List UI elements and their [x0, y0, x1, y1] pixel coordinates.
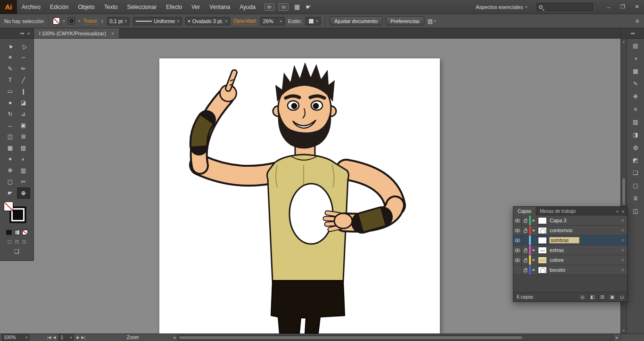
layer-name-input[interactable]: [549, 237, 579, 244]
mesh-tool[interactable]: ▦: [4, 142, 17, 154]
locate-object-icon[interactable]: ◎: [580, 294, 585, 300]
transparency-panel-icon[interactable]: ◨: [633, 131, 638, 139]
collapse-panel-icon[interactable]: ◂◂: [20, 31, 24, 35]
horizontal-scrollbar[interactable]: ◀ ▶: [171, 334, 620, 341]
panel-collapse-icon[interactable]: »: [616, 209, 619, 214]
layer-thumbnail[interactable]: [538, 237, 547, 244]
artboard-number-dropdown[interactable]: 1 ▾: [58, 334, 74, 341]
swatches-icon[interactable]: ▦: [633, 68, 638, 76]
delete-selection-icon[interactable]: ⊔: [620, 294, 624, 300]
disclosure-triangle-icon[interactable]: ▶: [531, 258, 537, 262]
document-tab[interactable]: l 100% (CMYK/Previsualizar) ×: [34, 28, 120, 38]
zoom-level-dropdown[interactable]: 100% ▾: [2, 334, 29, 341]
perspective-grid-tool[interactable]: ⊞: [17, 131, 30, 142]
layer-target-circle[interactable]: ○: [619, 238, 627, 243]
rectangle-tool[interactable]: ▭: [4, 86, 17, 97]
layer-visibility-toggle[interactable]: [513, 216, 522, 225]
layer-lock-toggle[interactable]: [522, 235, 529, 245]
menu-ayuda[interactable]: Ayuda: [235, 0, 260, 14]
brushes-icon[interactable]: ✎: [633, 81, 638, 89]
layer-thumbnail[interactable]: [538, 247, 547, 254]
hand-tool[interactable]: ☛: [4, 187, 17, 199]
graphic-styles-icon[interactable]: ◩: [633, 157, 638, 165]
layer-target-circle[interactable]: ○: [619, 268, 627, 272]
align-panel-icon[interactable]: ≣: [633, 195, 638, 203]
menu-texto[interactable]: Texto: [99, 0, 123, 14]
layer-visibility-toggle[interactable]: [513, 235, 522, 245]
layer-thumbnail[interactable]: [538, 227, 547, 234]
symbol-sprayer-tool[interactable]: ❉: [4, 165, 17, 176]
menu-ver[interactable]: Ver: [187, 0, 205, 14]
tab-mesas-de-trabajo[interactable]: Mesas de trabajo: [536, 207, 580, 216]
stroke-none-swatch[interactable]: [4, 202, 13, 211]
line-segment-tool[interactable]: ╱: [17, 74, 30, 86]
layer-target-circle[interactable]: ○: [619, 218, 627, 223]
artboard[interactable]: [159, 58, 440, 333]
layer-target-circle[interactable]: ○: [619, 248, 627, 252]
close-tab-icon[interactable]: ×: [111, 31, 114, 36]
width-profile-dropdown[interactable]: Uniforme ▾: [133, 17, 182, 25]
lasso-tool[interactable]: ∽: [17, 52, 30, 63]
selection-tool[interactable]: ▲: [4, 41, 17, 52]
paintbrush-tool[interactable]: ❙: [17, 86, 30, 97]
close-button[interactable]: ✕: [630, 1, 644, 13]
appearance-panel-icon[interactable]: ◍: [633, 144, 638, 152]
first-artboard-button[interactable]: |◀: [47, 335, 51, 340]
disclosure-triangle-icon[interactable]: ▶: [531, 268, 537, 272]
pathfinder-panel-icon[interactable]: ◫: [633, 208, 638, 216]
layer-name[interactable]: boceto: [549, 267, 619, 273]
layer-thumbnail[interactable]: [538, 257, 547, 264]
panel-menu-icon[interactable]: ≡: [622, 209, 624, 214]
scroll-up-icon[interactable]: ▲: [621, 39, 627, 44]
menu-archivo[interactable]: Archivo: [17, 0, 45, 14]
expand-dock-icon[interactable]: ◂◂: [630, 31, 634, 35]
layer-lock-toggle[interactable]: [522, 255, 529, 265]
gradient-button[interactable]: [14, 230, 20, 235]
layer-visibility-toggle[interactable]: [513, 226, 522, 235]
stroke-weight-label[interactable]: Trazo:: [83, 18, 98, 24]
horizontal-scroll-track[interactable]: [177, 335, 614, 341]
column-graph-tool[interactable]: ▥: [17, 165, 30, 176]
restore-button[interactable]: ❐: [616, 1, 630, 13]
fill-swatch[interactable]: [53, 17, 60, 24]
layer-thumbnail[interactable]: [538, 267, 547, 274]
layer-target-circle[interactable]: ○: [619, 228, 627, 233]
new-layer-icon[interactable]: ▣: [610, 294, 614, 300]
arrange-documents-icon[interactable]: ▦: [294, 3, 300, 10]
eyedropper-tool[interactable]: ✦: [4, 154, 17, 165]
horizontal-scroll-thumb[interactable]: [179, 336, 523, 340]
slice-tool[interactable]: ✂: [17, 176, 30, 187]
last-artboard-button[interactable]: ▶|: [82, 335, 85, 340]
new-sublayer-icon[interactable]: ⊞: [600, 294, 604, 300]
controlbar-menu-icon[interactable]: ≡: [636, 18, 640, 24]
rotate-tool[interactable]: ↻: [4, 108, 17, 120]
preferences-button[interactable]: Preferencias: [386, 16, 424, 25]
canvas-area[interactable]: ▲△✶∽✎✏T╱▭❙●◪↻⊿↔▣◫⊞▦▧✦◐❉▥▢✂☛⊕ ▢ ◳ ◫ ❏ Cap…: [0, 39, 644, 333]
hand-icon[interactable]: ☛: [305, 3, 311, 10]
layer-lock-toggle[interactable]: [522, 216, 529, 225]
chevron-down-icon[interactable]: ▾: [63, 19, 65, 23]
close-panel-icon[interactable]: ×: [27, 31, 30, 36]
stroke-stepper[interactable]: ▲▼: [101, 19, 104, 23]
tab-capas[interactable]: Capas: [513, 207, 536, 216]
pen-tool[interactable]: ✎: [4, 63, 17, 74]
next-artboard-button[interactable]: ▶: [76, 335, 79, 340]
layer-lock-toggle[interactable]: [522, 226, 529, 235]
previous-artboard-button[interactable]: ◀: [53, 335, 56, 340]
type-tool[interactable]: T: [4, 74, 17, 86]
stock-button[interactable]: St: [279, 3, 289, 11]
layer-row-colore[interactable]: ▶colore○: [513, 255, 627, 265]
shape-builder-tool[interactable]: ◫: [4, 131, 17, 142]
magic-wand-tool[interactable]: ✶: [4, 52, 17, 63]
minimize-button[interactable]: –: [602, 1, 616, 13]
layer-lock-toggle[interactable]: [522, 265, 529, 275]
layer-row-sombras[interactable]: ○: [513, 235, 627, 245]
menu-objeto[interactable]: Objeto: [73, 0, 99, 14]
width-tool[interactable]: ↔: [4, 120, 17, 131]
layer-row-capa-3[interactable]: ▶Capa 3○: [513, 216, 627, 226]
layer-thumbnail[interactable]: [538, 217, 547, 224]
gradient-panel-icon[interactable]: ▧: [633, 119, 638, 127]
scroll-left-icon[interactable]: ◀: [171, 336, 177, 340]
scroll-right-icon[interactable]: ▶: [614, 336, 620, 340]
blend-tool[interactable]: ◐: [17, 154, 30, 165]
